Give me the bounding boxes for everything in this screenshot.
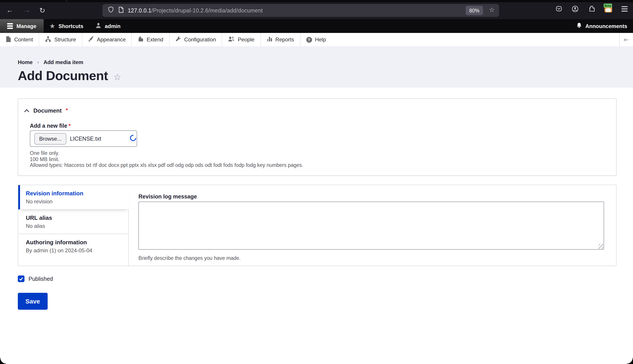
vertical-tabs-panel: Revision log message Briefly describe th… bbox=[129, 185, 616, 266]
screen-corner bbox=[627, 358, 633, 364]
revision-log-textarea[interactable] bbox=[139, 202, 604, 250]
menu-item-reports[interactable]: Reports bbox=[261, 33, 300, 46]
shield-icon[interactable] bbox=[108, 6, 114, 15]
breadcrumb-current: Add media item bbox=[44, 59, 83, 65]
toolbar-collapse-icon[interactable]: ⇤ bbox=[619, 33, 633, 46]
burp-extension-icon[interactable]: Burp bbox=[604, 5, 612, 12]
help-icon: ? bbox=[306, 37, 312, 42]
toolbar-item-user[interactable]: admin bbox=[90, 19, 127, 33]
drupal-admin-toolbar: Manage ★ Shortcuts admin Announcements bbox=[0, 19, 633, 33]
back-icon[interactable]: ← bbox=[5, 5, 15, 16]
drupal-menu-bar: Content Structure Appearance Extend Conf… bbox=[0, 33, 633, 46]
zoom-level-badge[interactable]: 80% bbox=[466, 6, 483, 15]
toolbar-item-shortcuts[interactable]: ★ Shortcuts bbox=[44, 19, 90, 33]
published-row: Published bbox=[18, 276, 53, 282]
bookmark-star-icon[interactable]: ☆ bbox=[489, 6, 494, 13]
published-checkbox[interactable] bbox=[18, 276, 25, 282]
extensions-icon[interactable] bbox=[588, 5, 595, 12]
manage-label: Manage bbox=[17, 23, 36, 29]
menu-item-people[interactable]: People bbox=[222, 33, 261, 46]
vertical-tabs-menu: Revision information No revision URL ali… bbox=[18, 185, 129, 266]
menu-item-extend[interactable]: Extend bbox=[132, 33, 170, 46]
file-field-description: One file only. 100 MB limit. Allowed typ… bbox=[30, 150, 303, 168]
chevron-up-icon bbox=[24, 106, 29, 114]
structure-icon bbox=[45, 36, 51, 44]
forward-icon[interactable]: → bbox=[21, 5, 32, 16]
screen-corner bbox=[0, 358, 6, 364]
document-fieldset-legend[interactable]: Document * bbox=[24, 106, 68, 114]
published-label: Published bbox=[29, 276, 53, 282]
page-icon[interactable] bbox=[118, 6, 124, 14]
pocket-icon[interactable] bbox=[555, 5, 562, 12]
url-text: 127.0.0.1/Projects/drupal-10.2.6/media/a… bbox=[128, 7, 263, 14]
document-fieldset: Document * Add a new file* Browse... LIC… bbox=[18, 98, 616, 176]
file-input[interactable]: Browse... LICENSE.txt bbox=[30, 130, 137, 147]
manage-hamburger-icon bbox=[7, 23, 13, 29]
tab-url-alias[interactable]: URL alias No alias bbox=[18, 210, 128, 234]
breadcrumb-separator: › bbox=[37, 59, 39, 66]
bell-icon bbox=[576, 22, 582, 30]
menu-item-configuration[interactable]: Configuration bbox=[170, 33, 222, 46]
menu-item-content[interactable]: Content bbox=[0, 33, 39, 46]
required-marker: * bbox=[66, 107, 68, 114]
browser-tabstrip-edge bbox=[0, 0, 633, 2]
tab-revision-information[interactable]: Revision information No revision bbox=[18, 185, 129, 210]
breadcrumb-home-link[interactable]: Home bbox=[18, 59, 33, 65]
extend-icon bbox=[138, 36, 144, 43]
page-title: Add Document bbox=[18, 68, 108, 83]
url-bar[interactable]: 127.0.0.1/Projects/drupal-10.2.6/media/a… bbox=[102, 4, 499, 17]
page-header: Home › Add media item Add Document ☆ bbox=[0, 46, 633, 88]
tab-authoring-information[interactable]: Authoring information By admin (1) on 20… bbox=[18, 234, 128, 266]
appearance-icon bbox=[88, 36, 94, 43]
save-button[interactable]: Save bbox=[18, 293, 48, 310]
breadcrumb: Home › Add media item bbox=[18, 59, 83, 66]
announcements-label: Announcements bbox=[585, 23, 627, 29]
toolbar-item-manage[interactable]: Manage bbox=[0, 19, 44, 33]
menu-item-appearance[interactable]: Appearance bbox=[82, 33, 132, 46]
screen: ← → ↻ 127.0.0.1/Projects/drupal-10.2.6/m… bbox=[0, 0, 633, 364]
favorite-star-icon[interactable]: ☆ bbox=[113, 72, 121, 82]
content-icon bbox=[6, 36, 11, 44]
file-name: LICENSE.txt bbox=[70, 136, 101, 142]
vertical-tabs: Revision information No revision URL ali… bbox=[18, 185, 616, 266]
file-field-label: Add a new file* bbox=[30, 123, 71, 129]
configuration-icon bbox=[175, 36, 181, 43]
reports-icon bbox=[266, 36, 272, 43]
menu-item-structure[interactable]: Structure bbox=[39, 33, 82, 46]
revision-log-hint: Briefly describe the changes you have ma… bbox=[139, 256, 241, 261]
browser-toolbar: ← → ↻ 127.0.0.1/Projects/drupal-10.2.6/m… bbox=[0, 0, 633, 19]
user-label: admin bbox=[105, 23, 121, 29]
menu-item-help[interactable]: ? Help bbox=[300, 33, 332, 46]
reload-icon[interactable]: ↻ bbox=[37, 5, 48, 16]
revision-log-label: Revision log message bbox=[139, 194, 197, 200]
shortcuts-label: Shortcuts bbox=[59, 23, 84, 29]
account-icon[interactable] bbox=[571, 5, 579, 12]
toolbar-item-announcements[interactable]: Announcements bbox=[576, 19, 633, 33]
browse-button[interactable]: Browse... bbox=[34, 133, 66, 144]
checkmark-icon bbox=[19, 276, 24, 281]
user-icon bbox=[96, 22, 101, 30]
menu-hamburger-icon[interactable] bbox=[621, 6, 628, 11]
people-icon bbox=[228, 36, 235, 43]
shortcuts-star-icon: ★ bbox=[50, 23, 55, 29]
